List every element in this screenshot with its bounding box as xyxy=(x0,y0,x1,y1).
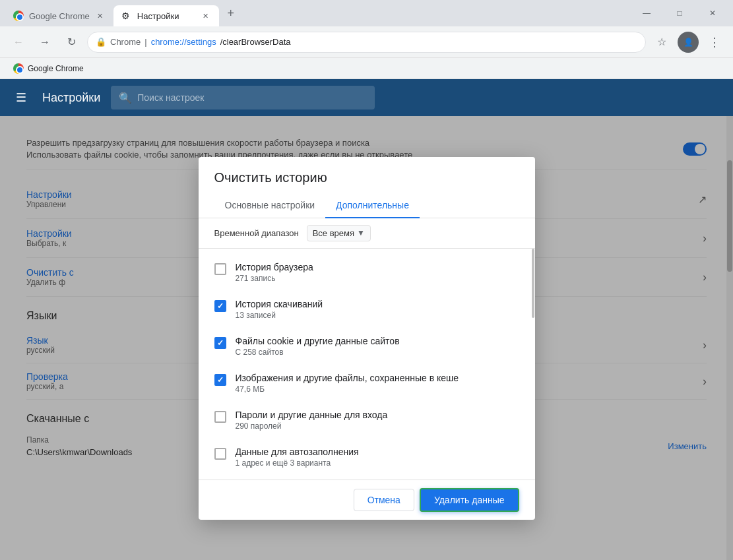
window-controls: — □ ✕ xyxy=(631,3,728,24)
item-title-2: Файлы cookie и другие данные сайтов xyxy=(236,336,519,346)
bookmark-label: Google Chrome xyxy=(28,64,84,73)
dialog-tabs: Основные настройки Дополнительные xyxy=(199,193,535,218)
maximize-button[interactable]: □ xyxy=(664,3,695,24)
settings-content-wrapper: Разрешить предзагрузку страниц для повыш… xyxy=(0,116,733,560)
item-content-0: История браузера 271 запись xyxy=(236,262,519,283)
item-content-2: Файлы cookie и другие данные сайтов С 25… xyxy=(236,336,519,357)
dialog-scrollbar-thumb xyxy=(532,249,534,318)
checkbox-passwords[interactable] xyxy=(214,411,226,423)
delete-data-button[interactable]: Удалить данные xyxy=(420,488,519,512)
tab1-label: Google Chrome xyxy=(29,11,90,21)
title-bar: Google Chrome ✕ ⚙ Настройки ✕ + — □ ✕ xyxy=(0,0,733,26)
tab2-label: Настройки xyxy=(137,11,195,21)
time-range-row: Временной диапазон Все время ▼ xyxy=(199,218,535,249)
item-title-3: Изображения и другие файлы, сохраненные … xyxy=(236,373,519,383)
select-arrow-icon: ▼ xyxy=(357,228,365,237)
account-icon: 👤 xyxy=(684,38,693,47)
chrome-favicon xyxy=(13,11,24,21)
modal-overlay: Очистить историю Основные настройки Допо… xyxy=(0,116,733,560)
back-button[interactable]: ← xyxy=(8,32,29,53)
checkbox-item-3[interactable]: Изображения и другие файлы, сохраненные … xyxy=(199,365,535,402)
item-content-4: Пароли и другие данные для входа 290 пар… xyxy=(236,410,519,431)
bookmarks-bar: Google Chrome xyxy=(0,58,733,79)
refresh-button[interactable]: ↻ xyxy=(61,32,82,53)
item-title-0: История браузера xyxy=(236,262,519,272)
checkbox-item-4[interactable]: Пароли и другие данные для входа 290 пар… xyxy=(199,402,535,439)
item-title-4: Пароли и другие данные для входа xyxy=(236,410,519,420)
item-sub-1: 13 записей xyxy=(236,311,519,320)
checkbox-download-history[interactable] xyxy=(214,300,226,312)
tab2-close[interactable]: ✕ xyxy=(201,11,211,21)
close-button[interactable]: ✕ xyxy=(697,3,728,24)
item-sub-2: С 258 сайтов xyxy=(236,348,519,357)
checkbox-cookies[interactable] xyxy=(214,337,226,349)
tab-basic-settings[interactable]: Основные настройки xyxy=(214,193,326,218)
item-title-5: Данные для автозаполнения xyxy=(236,447,519,457)
tab1-close[interactable]: ✕ xyxy=(95,11,106,21)
checkbox-browser-history[interactable] xyxy=(214,263,226,275)
bookmark-google-chrome[interactable]: Google Chrome xyxy=(8,61,89,77)
secure-icon: 🔒 xyxy=(96,37,106,47)
account-button[interactable]: 👤 xyxy=(678,32,699,53)
address-bar: ← → ↻ 🔒 Chrome | chrome://settings /clea… xyxy=(0,26,733,58)
item-sub-0: 271 запись xyxy=(236,274,519,283)
url-path-text: /clearBrowserData xyxy=(220,37,291,47)
time-range-label: Временной диапазон xyxy=(214,228,299,238)
browser-content: ☰ Настройки 🔍 Разрешить предзагрузку стр… xyxy=(0,79,733,560)
checkbox-item-1[interactable]: История скачиваний 13 записей xyxy=(199,291,535,328)
dialog-body: История браузера 271 запись История скач… xyxy=(199,249,535,480)
dialog-title: Очистить историю xyxy=(199,157,535,193)
tab-advanced[interactable]: Дополнительные xyxy=(325,193,420,218)
checkbox-item-5[interactable]: Данные для автозаполнения 1 адрес и ещё … xyxy=(199,439,535,476)
gear-favicon: ⚙ xyxy=(121,11,132,21)
cancel-button[interactable]: Отмена xyxy=(354,489,414,511)
url-bar[interactable]: 🔒 Chrome | chrome://settings /clearBrows… xyxy=(87,32,646,53)
clear-history-dialog: Очистить историю Основные настройки Допо… xyxy=(199,157,535,520)
bookmark-chrome-favicon xyxy=(13,63,24,74)
browser-frame: Google Chrome ✕ ⚙ Настройки ✕ + — □ ✕ ← … xyxy=(0,0,733,560)
settings-page: ☰ Настройки 🔍 Разрешить предзагрузку стр… xyxy=(0,79,733,560)
checkbox-cache[interactable] xyxy=(214,374,226,386)
hamburger-menu-button[interactable]: ☰ xyxy=(11,87,32,108)
chrome-menu-button[interactable]: ⋮ xyxy=(704,32,725,53)
item-title-1: История скачиваний xyxy=(236,299,519,309)
url-separator: | xyxy=(144,37,146,47)
checkbox-item-0[interactable]: История браузера 271 запись xyxy=(199,254,535,291)
url-chrome-text: Chrome xyxy=(110,37,141,47)
tab-google-chrome[interactable]: Google Chrome ✕ xyxy=(5,5,113,26)
search-icon: 🔍 xyxy=(119,92,132,104)
forward-button[interactable]: → xyxy=(34,32,55,53)
time-range-select[interactable]: Все время ▼ xyxy=(307,225,371,241)
item-sub-5: 1 адрес и ещё 3 варианта xyxy=(236,458,519,468)
checkbox-autofill[interactable] xyxy=(214,448,226,460)
dialog-scrollbar[interactable] xyxy=(531,249,535,480)
settings-header: ☰ Настройки 🔍 xyxy=(0,79,733,116)
item-content-1: История скачиваний 13 записей xyxy=(236,299,519,320)
minimize-button[interactable]: — xyxy=(631,3,662,24)
settings-search-input[interactable] xyxy=(137,92,367,103)
url-settings-text: chrome://settings xyxy=(151,37,216,47)
bookmark-star-button[interactable]: ☆ xyxy=(651,32,672,53)
item-content-5: Данные для автозаполнения 1 адрес и ещё … xyxy=(236,447,519,468)
item-content-3: Изображения и другие файлы, сохраненные … xyxy=(236,373,519,394)
dialog-footer: Отмена Удалить данные xyxy=(199,480,535,520)
item-sub-3: 47,6 МБ xyxy=(236,385,519,394)
checkbox-item-2[interactable]: Файлы cookie и другие данные сайтов С 25… xyxy=(199,328,535,365)
item-sub-4: 290 паролей xyxy=(236,421,519,431)
time-range-value: Все время xyxy=(313,228,354,238)
settings-page-title: Настройки xyxy=(42,91,100,105)
settings-search-box[interactable]: 🔍 xyxy=(111,86,375,109)
new-tab-button[interactable]: + xyxy=(222,4,240,22)
tab-settings[interactable]: ⚙ Настройки ✕ xyxy=(113,5,219,26)
